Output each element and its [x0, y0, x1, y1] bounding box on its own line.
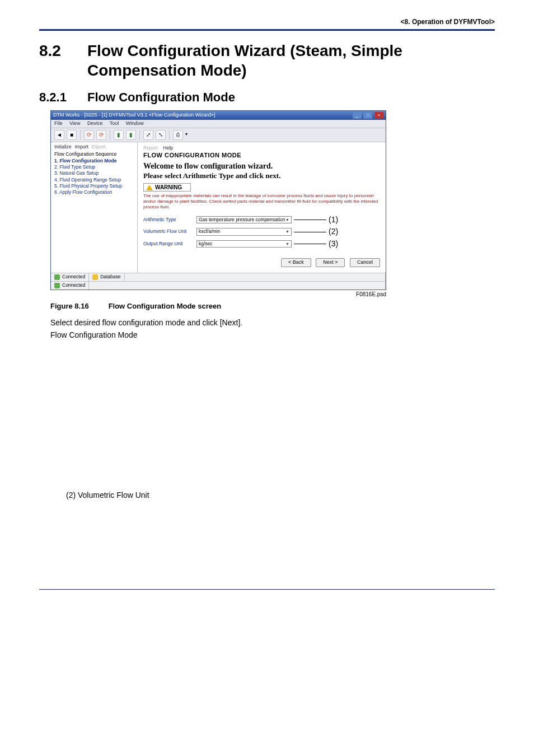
body-line-1: Select desired flow configuration mode a…	[50, 318, 495, 327]
step-3[interactable]: 3. Natural Gas Setup	[54, 171, 134, 176]
menu-device[interactable]: Device	[87, 120, 103, 126]
status-spacer	[89, 282, 386, 290]
cancel-button[interactable]: Cancel	[350, 258, 380, 267]
arithmetic-type-value: Gas temperature pressure compensation	[199, 217, 285, 222]
toolbar-refresh-icon[interactable]: ⟳	[84, 130, 94, 140]
status-spacer	[125, 273, 386, 281]
window-title: DTM Works - [022S - [1] DYFMVTool V3.1 <…	[53, 113, 215, 118]
output-unit-select[interactable]: kg/sec ▼	[196, 240, 292, 248]
arithmetic-type-label: Arithmetic Type	[143, 217, 196, 222]
status-connected-text: Connected	[62, 283, 85, 288]
callout-2: (2)	[329, 227, 338, 236]
menu-tool[interactable]: Tool	[110, 120, 119, 126]
subsection-heading: 8.2.1Flow Configuration Mode	[39, 90, 495, 105]
section-title-text: Flow Configuration Wizard (Steam, Simple…	[87, 41, 493, 80]
toolbar-back-icon[interactable]: ◄	[54, 130, 64, 140]
output-unit-value: kg/sec	[199, 241, 213, 246]
volumetric-unit-label: Volumetric Flow Unit	[143, 229, 196, 234]
toolbar-separator	[139, 130, 140, 140]
volumetric-unit-select[interactable]: kscf/a/min ▼	[196, 228, 292, 235]
status-database-text: Database	[100, 274, 120, 279]
main-tab-report: Report	[143, 146, 158, 151]
close-button[interactable]: ×	[374, 112, 383, 119]
minimize-button[interactable]: _	[353, 112, 362, 119]
menu-file[interactable]: File	[54, 120, 63, 126]
section-heading: 8.2Flow Configuration Wizard (Steam, Sim…	[39, 41, 495, 80]
callout-leader	[294, 232, 326, 232]
toolbar-separator	[110, 130, 110, 140]
warning-box: WARNING	[143, 183, 191, 192]
callout-leader	[294, 244, 326, 244]
step-1[interactable]: 1. Flow Configuration Mode	[54, 158, 134, 164]
toolbar-separator	[80, 130, 81, 140]
step-4[interactable]: 4. Fluid Operating Range Setup	[54, 178, 134, 183]
footer-rule	[39, 589, 495, 590]
main-tab-help[interactable]: Help	[163, 146, 173, 151]
welcome-text: Welcome to flow configuration wizard.	[143, 162, 380, 170]
pane-title: FLOW CONFIGURATION MODE	[143, 152, 380, 158]
toolbar-icon[interactable]: ■	[67, 130, 77, 140]
callout-1: (1)	[329, 216, 338, 224]
warning-label: WARNING	[155, 184, 182, 190]
statusbar: Connected Database	[51, 273, 386, 281]
toolbar-icon[interactable]: ⟳	[96, 130, 106, 140]
instruction-text: Please select Arithmetic Type and click …	[143, 172, 380, 180]
toolbar-dropdown-icon[interactable]: ▾	[185, 132, 188, 137]
callout-leader	[294, 220, 326, 220]
menu-view[interactable]: View	[69, 120, 80, 126]
toolbar-expand-icon[interactable]: ⤢	[143, 130, 153, 140]
plug-icon	[54, 274, 60, 280]
titlebar: DTM Works - [022S - [1] DYFMVTool V3.1 <…	[51, 111, 386, 120]
toolbar-icon[interactable]: ▮	[126, 130, 136, 140]
sidebar: Initialize Import Export Flow Configurat…	[51, 142, 138, 273]
step-6[interactable]: 6. Apply Flow Configuration	[54, 190, 134, 195]
body-item-2: (2) Volumetric Flow Unit	[66, 491, 495, 500]
maximize-button[interactable]: □	[363, 112, 372, 119]
toolbar-print-icon[interactable]: ⎙	[173, 130, 183, 140]
sidebar-tab-initialize[interactable]: Initialize	[54, 144, 72, 150]
toolbar: ◄ ■ ⟳ ⟳ ▮ ▮ ⤢ ⤡ ⎙ ▾	[51, 128, 386, 142]
status-connected: Connected	[51, 273, 89, 281]
status-connected-text: Connected	[62, 274, 85, 279]
volumetric-unit-value: kscf/a/min	[199, 229, 220, 234]
database-icon	[92, 274, 98, 280]
window-controls: _ □ ×	[352, 112, 383, 119]
section-number: 8.2	[39, 41, 87, 60]
sidebar-tab-import[interactable]: Import	[75, 144, 88, 150]
chevron-down-icon: ▼	[285, 218, 289, 222]
menu-window[interactable]: Window	[126, 120, 144, 126]
back-button[interactable]: < Back	[281, 258, 311, 267]
chevron-down-icon: ▼	[285, 242, 289, 246]
figure-source: F0816E.psd	[50, 291, 386, 297]
step-2[interactable]: 2. Fluid Type Setup	[54, 165, 134, 170]
sequence-title: Flow Configuration Sequence	[54, 152, 134, 157]
output-unit-label: Output Range Unit	[143, 241, 196, 246]
callout-3: (3)	[329, 240, 338, 248]
app-window: DTM Works - [022S - [1] DYFMVTool V3.1 <…	[50, 110, 386, 290]
body-line-2: Flow Configuration Mode	[50, 330, 495, 339]
next-button[interactable]: Next >	[316, 258, 345, 267]
toolbar-separator	[169, 130, 170, 140]
status-connected-2: Connected	[51, 282, 89, 290]
warning-icon	[146, 185, 153, 190]
subsection-number: 8.2.1	[39, 90, 87, 105]
figure-label: Figure 8.16	[50, 302, 106, 310]
chevron-down-icon: ▼	[285, 230, 289, 234]
figure-caption: Figure 8.16 Flow Configuration Mode scre…	[50, 302, 495, 310]
main-pane: Report Help FLOW CONFIGURATION MODE Welc…	[138, 142, 386, 273]
page-header: <8. Operation of DYFMVTool>	[39, 18, 495, 29]
header-rule	[39, 29, 495, 31]
sidebar-tab-export: Export	[92, 144, 106, 150]
step-5[interactable]: 5. Fluid Physical Property Setup	[54, 184, 134, 189]
subsection-title-text: Flow Configuration Mode	[87, 90, 235, 104]
menubar: File View Device Tool Window	[51, 120, 386, 128]
status-database: Database	[89, 273, 124, 281]
figure-caption-text: Flow Configuration Mode screen	[109, 302, 222, 310]
toolbar-icon[interactable]: ▮	[114, 130, 124, 140]
statusbar-2: Connected	[51, 281, 386, 290]
plug-icon	[54, 283, 60, 288]
arithmetic-type-select[interactable]: Gas temperature pressure compensation ▼	[196, 216, 292, 223]
toolbar-collapse-icon[interactable]: ⤡	[156, 130, 166, 140]
warning-text: The use of inappropriate materials can r…	[143, 193, 380, 210]
